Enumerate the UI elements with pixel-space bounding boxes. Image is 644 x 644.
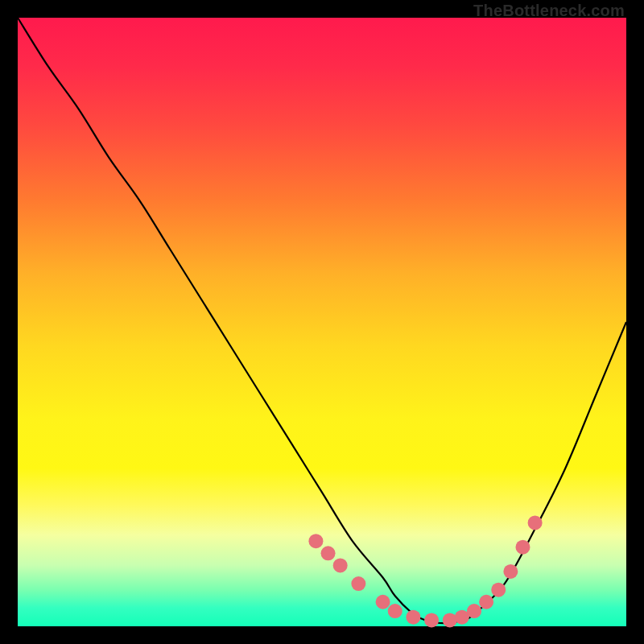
- marker-dot: [443, 613, 457, 627]
- marker-dot: [321, 546, 336, 560]
- marker-dot: [308, 534, 323, 548]
- marker-dot: [351, 576, 365, 591]
- marker-dot: [333, 558, 348, 572]
- marker-dot: [528, 515, 543, 530]
- marker-dot: [467, 604, 481, 618]
- chart-svg: [18, 18, 626, 626]
- marker-dots: [308, 515, 542, 627]
- marker-dot: [424, 613, 439, 627]
- curve-group: [18, 18, 626, 623]
- marker-dot: [491, 583, 506, 597]
- bottleneck-curve: [18, 18, 626, 623]
- marker-dot: [515, 540, 530, 555]
- marker-dot: [406, 610, 420, 625]
- marker-dot: [388, 604, 402, 618]
- marker-dot: [479, 595, 493, 609]
- marker-dot: [376, 595, 390, 609]
- marker-dot: [503, 564, 518, 579]
